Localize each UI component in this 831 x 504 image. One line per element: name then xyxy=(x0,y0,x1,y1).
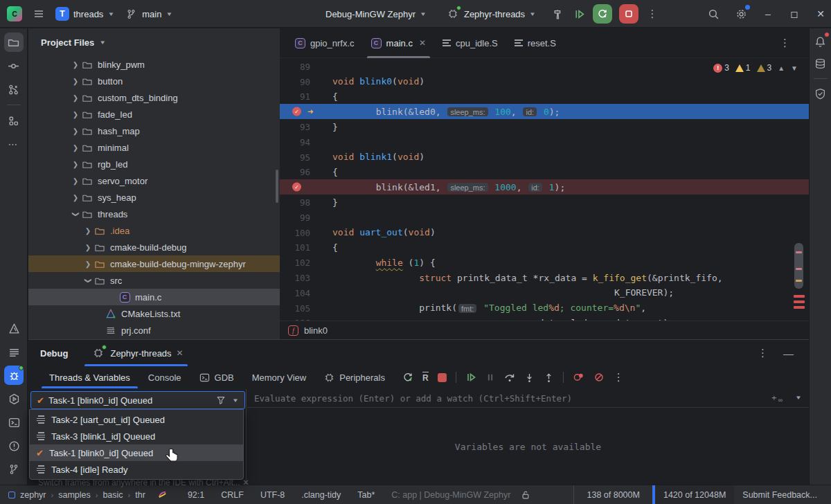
hide-panel-icon[interactable]: — xyxy=(783,348,794,359)
gutter[interactable]: 102 xyxy=(280,255,328,270)
git-tool-button[interactable] xyxy=(4,460,24,479)
stop-button[interactable] xyxy=(619,4,638,24)
close-tab-icon[interactable]: ✕ xyxy=(419,38,426,48)
tree-item-minimal[interactable]: ❯minimal xyxy=(28,139,280,156)
thread-option[interactable]: Task-2 [uart_out_id] Queued xyxy=(30,411,243,428)
editor-tab-main-c[interactable]: Cmain.c✕ xyxy=(363,28,434,58)
kebab-icon[interactable]: ⋮ xyxy=(614,371,624,384)
security-shield-icon[interactable] xyxy=(812,84,830,102)
gutter[interactable]: 99 xyxy=(280,210,328,225)
run-config-selector[interactable]: Debug-MinGW Zephyr ▼ xyxy=(325,9,427,19)
problems-tool-button[interactable] xyxy=(4,436,24,456)
tree-item-servo-motor[interactable]: ❯servo_motor xyxy=(28,172,280,189)
clang-tidy[interactable]: .clang-tidy xyxy=(293,490,349,500)
tree-chevron-icon[interactable]: ❯ xyxy=(72,208,80,219)
code-line-104[interactable]: 104 K_FOREVER); xyxy=(280,285,809,300)
tree-chevron-icon[interactable]: ❯ xyxy=(82,260,93,268)
code-line-101[interactable]: 101{ xyxy=(280,240,809,255)
tree-item-custom-dts-binding[interactable]: ❯custom_dts_binding xyxy=(28,89,280,106)
gutter[interactable]: 101 xyxy=(280,240,328,255)
tree-item-threads[interactable]: ❯threads xyxy=(28,206,280,222)
gutter[interactable]: 90 xyxy=(280,74,328,89)
mute-breakpoints-icon[interactable] xyxy=(593,372,605,383)
debug-tab-gdb[interactable]: GDB xyxy=(190,366,243,388)
tree-chevron-icon[interactable]: ❯ xyxy=(70,161,81,168)
minimize-button[interactable]: – xyxy=(762,8,774,19)
encoding[interactable]: UTF-8 xyxy=(252,490,293,500)
breadcrumb-thr[interactable]: thr xyxy=(135,490,145,500)
tree-chevron-icon[interactable]: ❯ xyxy=(84,275,92,286)
editor-tab-reset-s[interactable]: reset.S xyxy=(506,28,564,58)
resume-debug-icon[interactable] xyxy=(572,7,586,21)
build-hammer-icon[interactable] xyxy=(551,7,565,21)
breadcrumb-samples[interactable]: samples xyxy=(58,490,91,500)
gutter[interactable]: 105 xyxy=(280,300,328,316)
gutter[interactable]: ✓ xyxy=(280,179,328,195)
code-line-92[interactable]: ✓➜ blink(&led0, sleep_ms: 100, id: 0); xyxy=(280,104,809,119)
gutter[interactable]: 98 xyxy=(280,195,328,210)
commit-tool-button[interactable] xyxy=(4,56,24,75)
breakpoint-icon[interactable]: ✓ xyxy=(292,183,301,192)
code-line-91[interactable]: 91{ xyxy=(280,89,809,105)
version-control-tool-button[interactable] xyxy=(4,80,24,99)
chevron-down-icon[interactable]: ▼ xyxy=(232,397,239,404)
thread-option[interactable]: Task-3 [blink1_id] Queued xyxy=(30,428,243,444)
caret-position[interactable]: 92:1 xyxy=(179,490,213,500)
stop-icon[interactable] xyxy=(438,373,447,382)
project-scrollbar[interactable] xyxy=(276,170,278,203)
breadcrumb-basic[interactable]: basic xyxy=(102,490,123,500)
code-line-95[interactable]: 95void blink1(void) xyxy=(280,150,809,165)
main-menu-icon[interactable] xyxy=(32,7,46,21)
code-line-93[interactable]: 93} xyxy=(280,119,809,134)
tree-chevron-icon[interactable]: ❯ xyxy=(70,177,81,185)
editor-tab-gpio-nrfx-c[interactable]: Cgpio_nrfx.c xyxy=(287,28,363,58)
debug-tab-memory-view[interactable]: Memory View xyxy=(243,366,316,388)
maximize-button[interactable]: ◻ xyxy=(788,8,801,19)
debug-tab-threads-variables[interactable]: Threads & Variables xyxy=(40,366,139,388)
code-line-98[interactable]: 98} xyxy=(280,195,809,210)
editor-tab-cpu-idle-s[interactable]: cpu_idle.S xyxy=(434,28,506,58)
tree-chevron-icon[interactable]: ❯ xyxy=(70,194,81,201)
resolve-context[interactable]: C: app | Debug-MinGW Zephyr xyxy=(383,490,519,500)
tree-chevron-icon[interactable]: ❯ xyxy=(70,127,81,135)
thread-selector-combo[interactable]: ✔ Task-1 [blink0_id] Queued ▼ xyxy=(30,391,245,409)
database-icon[interactable] xyxy=(812,55,830,73)
tree-item-fade-led[interactable]: ❯fade_led xyxy=(28,106,280,123)
tree-item-cmake-build-debug-mingw-zephyr[interactable]: ❯cmake-build-debug-mingw-zephyr xyxy=(28,255,280,272)
code-line-90[interactable]: 90void blink0(void) xyxy=(280,74,809,89)
tree-item-src[interactable]: ❯src xyxy=(28,272,280,289)
breakpoint-icon[interactable]: ✓ xyxy=(292,107,301,116)
gutter[interactable]: 103 xyxy=(280,270,328,285)
view-breakpoints-icon[interactable] xyxy=(573,372,584,383)
indent-style[interactable]: Tab* xyxy=(349,490,383,500)
settings-gear-icon[interactable] xyxy=(734,7,748,21)
step-over-icon[interactable] xyxy=(504,372,515,383)
tree-chevron-icon[interactable]: ❯ xyxy=(82,227,93,235)
tree-item-blinky-pwm[interactable]: ❯blinky_pwm xyxy=(28,56,280,73)
thread-option[interactable]: ✔Task-1 [blink0_id] Queued xyxy=(30,444,243,461)
branch-widget[interactable]: main ▼ xyxy=(124,7,172,21)
gutter[interactable]: 91 xyxy=(280,89,328,105)
code-line-94[interactable]: 94 xyxy=(280,134,809,150)
code-line-102[interactable]: 102 while (1) { xyxy=(280,255,809,270)
resume-icon[interactable] xyxy=(465,372,476,383)
tree-item-main-c[interactable]: Cmain.c xyxy=(28,289,280,305)
code-line-105[interactable]: 105 printk(fmt: "Toggled led%d; counter=… xyxy=(280,300,809,316)
project-tool-button[interactable] xyxy=(4,33,24,52)
project-panel-title[interactable]: Project Files xyxy=(41,37,94,48)
code-line-106[interactable]: 106 rx_data->led, rx_data->cnt); xyxy=(280,316,809,321)
rerun-debug-button[interactable] xyxy=(593,4,612,24)
gutter[interactable]: 93 xyxy=(280,119,328,134)
project-widget[interactable]: T threads ▼ xyxy=(55,7,114,21)
tree-chevron-icon[interactable]: ❯ xyxy=(70,61,81,69)
gutter[interactable]: ✓➜ xyxy=(280,104,328,119)
tree-item-hash-map[interactable]: ❯hash_map xyxy=(28,123,280,139)
tree-chevron-icon[interactable]: ❯ xyxy=(70,144,81,152)
debug-session-selector[interactable]: Zephyr-threads ▼ xyxy=(446,7,536,21)
tree-item-prj-conf[interactable]: prj.conf xyxy=(28,322,280,339)
debug-options-kebab-icon[interactable]: ⋮ xyxy=(758,347,768,359)
editor-scrollbar[interactable] xyxy=(794,243,803,289)
thread-option[interactable]: Task-4 [idle] Ready xyxy=(30,461,243,478)
debug-tab-console[interactable]: Console xyxy=(139,366,190,388)
rerun-icon[interactable] xyxy=(402,372,413,383)
